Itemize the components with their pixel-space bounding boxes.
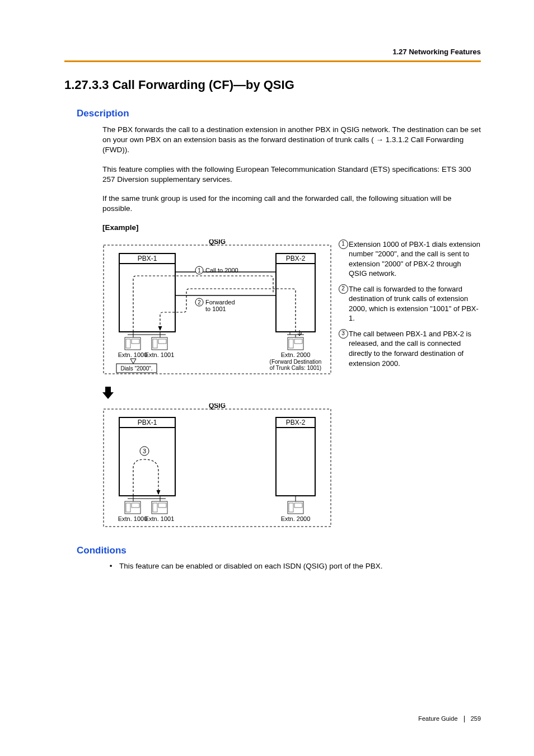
step-2-text: The call is forwarded to the forward des… xyxy=(349,284,481,323)
step-num-3: 3 xyxy=(339,329,348,339)
condition-text-1: This feature can be enabled or disabled … xyxy=(119,562,383,570)
fwd-dest-a: (Forward Destination xyxy=(270,359,322,365)
qsig-label: QSIG xyxy=(209,240,226,246)
step-num-2: 2 xyxy=(339,284,348,294)
down-arrow-icon xyxy=(102,387,332,399)
phone-icon xyxy=(125,501,140,514)
description-p3: If the same trunk group is used for the … xyxy=(102,194,481,214)
svg-rect-40 xyxy=(153,503,157,512)
diagram-1: QSIG PBX-1 PBX-2 1 Call to 2000 xyxy=(102,240,332,382)
svg-rect-16 xyxy=(153,339,157,348)
forwarded-label-b: to 1001 xyxy=(205,306,226,312)
page-title: 1.27.3.3 Call Forwarding (CF)—by QSIG xyxy=(64,78,481,92)
ext1001-label: Extn. 1001 xyxy=(145,351,175,358)
call-to-label: Call to 2000 xyxy=(205,267,238,274)
ext2000-label-2: Extn. 2000 xyxy=(281,515,311,522)
condition-bullet-1: • This feature can be enabled or disable… xyxy=(102,562,481,570)
svg-rect-17 xyxy=(158,339,166,344)
page-footer: Feature Guide 259 xyxy=(418,715,481,722)
conditions-heading: Conditions xyxy=(77,545,481,556)
example-label: [Example] xyxy=(102,223,481,232)
pbx1-label: PBX-1 xyxy=(138,255,157,262)
description-p1: The PBX forwards the call to a destinati… xyxy=(102,125,481,156)
svg-rect-28 xyxy=(119,417,175,496)
svg-rect-14 xyxy=(132,339,139,344)
d-num3: 3 xyxy=(143,448,146,454)
description-heading: Description xyxy=(77,108,481,119)
d-num1: 1 xyxy=(198,267,201,274)
svg-rect-45 xyxy=(294,503,302,508)
svg-rect-1 xyxy=(119,253,175,332)
arrow-icon: → xyxy=(376,135,386,144)
pbx2-label-2: PBX-2 xyxy=(286,419,306,426)
phone-icon xyxy=(125,337,140,350)
qsig-label-2: QSIG xyxy=(209,403,226,410)
footer-page: 259 xyxy=(471,715,481,722)
step-1-text: Extension 1000 of PBX-1 dials extension … xyxy=(349,240,481,279)
description-p1b: ). xyxy=(125,145,129,154)
steps-list: 1 Extension 1000 of PBX-1 dials extensio… xyxy=(338,240,481,374)
forwarded-label-a: Forwarded xyxy=(205,299,235,306)
ext1000-label: Extn. 1000 xyxy=(118,351,148,358)
phone-icon xyxy=(152,337,167,350)
step-3-text: The call between PBX-1 and PBX-2 is rele… xyxy=(349,329,481,368)
footer-guide: Feature Guide xyxy=(418,715,457,722)
ext1000-label-2: Extn. 1000 xyxy=(118,515,148,522)
fwd-dest-b: of Trunk Calls: 1001) xyxy=(270,365,321,371)
header-rule xyxy=(64,60,481,62)
description-p2: This feature complies with the following… xyxy=(102,165,481,185)
svg-rect-44 xyxy=(289,503,293,512)
svg-rect-26 xyxy=(294,339,302,344)
svg-rect-30 xyxy=(276,417,315,496)
step-num-1: 1 xyxy=(339,240,348,249)
bullet-icon: • xyxy=(102,562,119,570)
svg-rect-38 xyxy=(132,503,139,508)
svg-rect-25 xyxy=(289,339,293,348)
diagram-2: QSIG PBX-1 PBX-2 3 xyxy=(102,403,332,529)
d-num2: 2 xyxy=(198,299,201,306)
ext2000-label: Extn. 2000 xyxy=(281,351,311,358)
svg-rect-41 xyxy=(158,503,166,508)
pbx2-label: PBX-2 xyxy=(286,255,306,262)
phone-icon xyxy=(288,501,303,514)
svg-rect-37 xyxy=(126,503,130,512)
pbx1-label-2: PBX-1 xyxy=(138,419,157,426)
svg-rect-13 xyxy=(126,339,130,348)
ext1001-label-2: Extn. 1001 xyxy=(145,515,175,522)
header-breadcrumb: 1.27 Networking Features xyxy=(64,48,481,56)
phone-icon xyxy=(288,337,303,350)
phone-icon xyxy=(152,501,167,514)
dials-label: Dials "2000". xyxy=(120,365,152,372)
